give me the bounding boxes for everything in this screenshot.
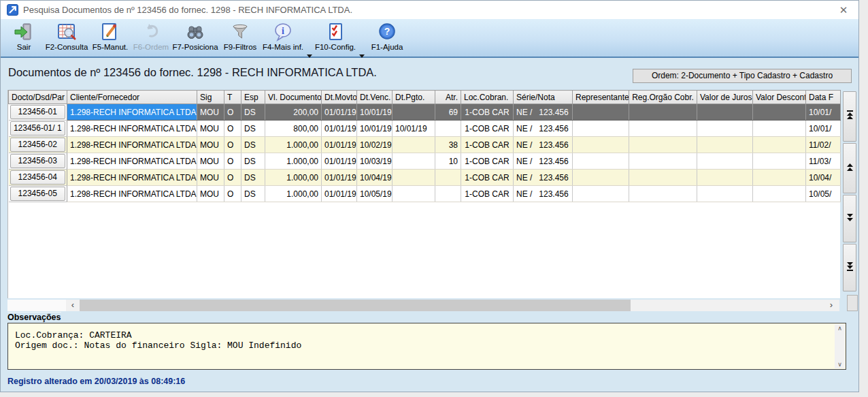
table-row[interactable]: 123456-01/ 11.298-RECH INFORMATICA LTDA.… <box>9 121 841 137</box>
column-header-4[interactable]: Esp <box>241 91 265 104</box>
cell[interactable]: O <box>224 170 241 186</box>
cell[interactable]: O <box>224 104 241 121</box>
cell[interactable] <box>697 186 753 202</box>
docto-cell-button[interactable]: 123456-02 <box>10 138 66 152</box>
column-header-13[interactable]: Reg.Orgão Cobr. <box>629 91 697 104</box>
cell[interactable] <box>393 137 435 153</box>
cell[interactable]: 10/01/19 <box>357 104 393 121</box>
cell[interactable]: 123456-04 <box>9 170 67 186</box>
column-header-11[interactable]: Série/Nota <box>514 91 573 104</box>
cell[interactable] <box>393 153 435 170</box>
docto-cell-button[interactable]: 123456-04 <box>10 170 66 185</box>
cell[interactable]: 10/03/19 <box>357 153 393 170</box>
cell[interactable] <box>753 137 806 153</box>
cell[interactable] <box>573 153 629 170</box>
cell[interactable] <box>697 104 753 121</box>
scroll-first-button[interactable] <box>843 91 856 142</box>
cell[interactable] <box>393 170 435 186</box>
cell[interactable]: 1.000,00 <box>265 153 322 170</box>
table-row[interactable]: 123456-041.298-RECH INFORMATICA LTDA.MOU… <box>9 170 841 186</box>
cell[interactable]: NE / 123.456 <box>514 170 573 186</box>
cell[interactable]: NE / 123.456 <box>514 137 573 153</box>
cell[interactable]: O <box>224 137 241 153</box>
cell[interactable]: 1-COB CAR <box>461 186 514 202</box>
cell[interactable]: DS <box>241 153 265 170</box>
cell[interactable] <box>753 153 806 170</box>
column-header-5[interactable]: Vl. Documento <box>265 91 322 104</box>
cell[interactable]: 01/01/19 <box>322 186 357 202</box>
column-header-0[interactable]: Docto/Dsd/Par <box>9 91 67 104</box>
cell[interactable] <box>753 121 806 137</box>
f4-mais-inf-button[interactable]: i F4-Mais inf. <box>262 22 304 54</box>
cell[interactable]: 800,00 <box>265 121 322 137</box>
cell[interactable]: MOU <box>197 153 224 170</box>
cell[interactable] <box>629 104 697 121</box>
cell[interactable]: 1-COB CAR <box>461 153 514 170</box>
page-up-button[interactable] <box>843 143 856 193</box>
cell[interactable]: 10/04/ <box>806 170 841 186</box>
cell[interactable]: MOU <box>197 186 224 202</box>
cell[interactable]: 01/01/19 <box>322 121 357 137</box>
cell[interactable] <box>573 186 629 202</box>
cell[interactable] <box>753 104 806 121</box>
cell[interactable]: 10/01/ <box>806 104 841 121</box>
cell[interactable]: 123456-01/ 1 <box>9 121 67 137</box>
f2-consulta-button[interactable]: F2-Consulta <box>43 22 90 54</box>
page-down-button[interactable] <box>843 195 856 242</box>
f10-config-button[interactable]: F10-Config. <box>313 22 358 54</box>
cell[interactable] <box>629 186 697 202</box>
cell[interactable]: O <box>224 186 241 202</box>
cell[interactable]: DS <box>241 186 265 202</box>
column-header-12[interactable]: Representante <box>573 91 629 104</box>
cell[interactable]: 1.298-RECH INFORMATICA LTDA. <box>67 137 197 153</box>
cell[interactable]: 10/01/19 <box>357 121 393 137</box>
scroll-right-icon[interactable]: › <box>826 300 837 311</box>
observations-box[interactable]: Loc.Cobrança: CARTEIRA Origem doc.: Nota… <box>7 323 846 370</box>
column-header-15[interactable]: Valor Desconto <box>753 91 806 104</box>
cell[interactable] <box>573 121 629 137</box>
cell[interactable] <box>629 121 697 137</box>
cell[interactable]: 11/03/ <box>806 153 841 170</box>
cell[interactable] <box>629 153 697 170</box>
horizontal-scrollbar[interactable]: ‹ › <box>7 300 839 311</box>
f7-posiciona-button[interactable]: F7-Posiciona <box>171 22 219 54</box>
cell[interactable]: 69 <box>435 104 461 121</box>
cell[interactable] <box>435 170 461 186</box>
cell[interactable]: O <box>224 153 241 170</box>
cell[interactable]: 1.000,00 <box>265 170 322 186</box>
cell[interactable]: MOU <box>197 121 224 137</box>
chevron-down-icon[interactable]: ∨ <box>835 361 845 368</box>
cell[interactable] <box>697 121 753 137</box>
table-row[interactable]: 123456-031.298-RECH INFORMATICA LTDA.MOU… <box>9 153 841 170</box>
cell[interactable]: MOU <box>197 170 224 186</box>
cell[interactable]: DS <box>241 121 265 137</box>
cell[interactable]: 10/05/19 <box>357 186 393 202</box>
table-row[interactable]: 123456-011.298-RECH INFORMATICA LTDA.MOU… <box>9 104 841 121</box>
cell[interactable]: 1-COB CAR <box>461 170 514 186</box>
column-header-3[interactable]: T <box>224 91 241 104</box>
cell[interactable]: 01/01/19 <box>322 137 357 153</box>
cell[interactable]: 123456-03 <box>9 153 67 170</box>
cell[interactable]: O <box>224 121 241 137</box>
cell[interactable]: 10/04/19 <box>357 170 393 186</box>
cell[interactable]: 1.298-RECH INFORMATICA LTDA. <box>67 104 197 121</box>
cell[interactable]: 1.000,00 <box>265 137 322 153</box>
cell[interactable]: 10/01/19 <box>393 121 435 137</box>
cell[interactable]: 01/01/19 <box>322 104 357 121</box>
cell[interactable] <box>697 137 753 153</box>
table-row[interactable]: 123456-021.298-RECH INFORMATICA LTDA.MOU… <box>9 137 841 153</box>
column-header-9[interactable]: Atr. <box>435 91 461 104</box>
docto-cell-button[interactable]: 123456-03 <box>10 154 66 168</box>
cell[interactable]: DS <box>241 104 265 121</box>
cell[interactable] <box>393 186 435 202</box>
cell[interactable] <box>697 153 753 170</box>
cell[interactable]: 1.298-RECH INFORMATICA LTDA. <box>67 153 197 170</box>
cell[interactable] <box>435 186 461 202</box>
scroll-last-button[interactable] <box>843 244 856 291</box>
horizontal-scrollbar-thumb[interactable] <box>80 300 631 311</box>
cell[interactable]: NE / 123.456 <box>514 186 573 202</box>
cell[interactable] <box>573 170 629 186</box>
column-header-16[interactable]: Data F <box>806 91 841 104</box>
cell[interactable] <box>573 104 629 121</box>
column-header-1[interactable]: Cliente/Fornecedor <box>67 91 197 104</box>
